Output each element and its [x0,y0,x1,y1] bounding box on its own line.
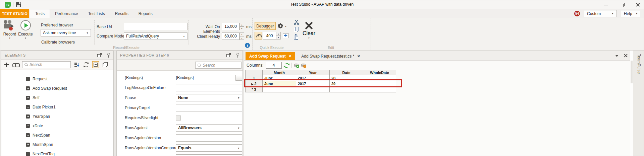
tab-results[interactable]: Results [110,9,133,18]
speed-button[interactable] [255,32,262,40]
grid-cell[interactable]: 2017 [296,75,330,81]
execute-button[interactable]: Execute ▼ [18,20,33,39]
close-icon[interactable]: × [357,55,360,58]
profile-dropdown[interactable]: Custom ▼ [584,10,617,17]
help-dropdown[interactable]: Help ▼ [621,10,640,17]
calibrate-browsers-button[interactable]: Calibrate browsers [41,40,75,45]
runsagainst-select[interactable]: AllBrowsers ▼ [176,124,242,132]
doc-tab-add-swap-request-code[interactable]: Add Swap Request.tstest.cs * × [298,52,364,60]
delete-data-row-icon[interactable]: – [301,63,306,68]
properties-search[interactable] [195,62,241,69]
sort-az-icon[interactable] [74,62,80,67]
tree-item-monthspan[interactable]: MonthSpan [1,140,113,149]
tab-test-lists[interactable]: Test Lists [83,9,110,18]
grid-row-3-new[interactable]: *3 [246,87,396,92]
runsagainstversion-input[interactable] [176,134,242,142]
logmessageonfailure-input[interactable] [176,84,242,91]
paste-icon[interactable] [294,34,299,40]
spin-up-icon[interactable]: ▲ [276,32,281,36]
compare-mode-select[interactable]: FullPathAndQuery ▼ [124,32,187,40]
record-button[interactable]: Record ▼ [2,20,17,39]
grid-cell[interactable] [363,75,396,81]
tree-item-request[interactable]: Request [1,74,113,84]
tab-tests[interactable]: Tests [30,9,50,18]
gear-icon[interactable] [278,23,283,28]
grid-cell[interactable]: 2017 [296,81,330,87]
preferred-browser-select[interactable]: Ask me every time ▼ [41,29,91,36]
elements-search-input[interactable] [30,62,68,67]
grid-cell[interactable]: June [263,75,296,81]
grid-cell[interactable] [363,81,396,87]
pin-icon[interactable] [236,53,239,58]
base-url-input[interactable] [124,23,187,30]
row-header[interactable]: *3 [246,87,263,92]
vertical-scrollbar[interactable] [630,51,633,156]
wait-on-elements-input[interactable] [222,23,239,30]
properties-search-input[interactable] [203,63,239,68]
spin-up-icon[interactable]: ▲ [239,23,244,26]
grid-header-date[interactable]: Date [330,70,363,75]
grid-cell[interactable] [296,87,330,92]
spin-down-icon[interactable]: ▼ [239,36,244,40]
grid-cell[interactable]: 29 [330,81,363,87]
row-header[interactable]: ▶2 [246,81,263,87]
wait-spinner[interactable]: ▲ ▼ [239,23,244,30]
spin-up-icon[interactable]: ▲ [239,32,244,36]
grid-cell[interactable] [263,87,296,92]
doc-tab-add-swap-request[interactable]: Add Swap Request × [246,52,295,60]
grid-row-1[interactable]: 1 June 2017 28 [246,75,396,81]
row-header[interactable]: 1 [246,75,263,81]
runsagainstversioncompare-select[interactable]: Equals ▼ [176,144,242,152]
cut-icon[interactable] [294,20,299,25]
add-data-row-icon[interactable]: + [294,63,299,68]
tree-item-nexttexttag[interactable]: NextTextTag [1,149,113,156]
grid-cell[interactable] [363,87,396,92]
sync-data-icon[interactable] [283,62,290,68]
columns-count-input[interactable] [266,62,282,69]
grid-cell-selected[interactable]: June [263,81,296,87]
close-button[interactable] [636,2,640,7]
float-panel-icon[interactable] [226,53,231,57]
grid-header-wholedate[interactable]: WholeDate [363,70,396,75]
grid-cell[interactable]: 28 [330,75,363,81]
tree-item-add-swap-request[interactable]: Add Swap Request [1,84,113,93]
pause-select[interactable]: None ▼ [176,94,242,101]
teampulse-tab-label[interactable]: TeamPulse [637,54,641,74]
tab-test-studio[interactable]: TEST STUDIO [0,9,29,18]
tree-item-xdate[interactable]: xDate [1,121,113,131]
tab-performance[interactable]: Performance [50,9,83,18]
tab-reports[interactable]: Reports [133,9,158,18]
client-ready-input[interactable] [222,32,239,40]
restore-button[interactable] [620,2,624,7]
close-icon[interactable]: × [289,55,291,58]
link-icon[interactable] [12,63,18,66]
copy-icon[interactable] [294,27,299,32]
scrollbar-thumb[interactable] [631,61,633,83]
tree-item-self[interactable]: Self [1,93,113,102]
notification-badge[interactable]: 54 [574,11,580,16]
spin-down-icon[interactable]: ▼ [276,36,281,40]
tree-item-yearspan[interactable]: YearSpan [1,112,113,121]
add-element-icon[interactable] [4,63,9,67]
bindings-ellipsis-button[interactable]: … [235,75,242,81]
run-to-step-icon[interactable] [283,33,288,38]
float-panel-icon[interactable] [97,53,102,57]
close-document-icon[interactable] [624,54,628,57]
elements-search[interactable] [22,61,71,68]
minimize-button[interactable] [603,2,608,7]
clear-button[interactable]: Clear ▼ [301,20,317,39]
partial-row-input[interactable] [176,154,242,156]
grid-header-month[interactable]: Month [263,70,296,75]
collapse-all-toggle[interactable] [92,61,99,68]
speed-spinner[interactable]: ▲ ▼ [276,32,281,40]
refresh-icon[interactable] [84,62,89,67]
grid-header-year[interactable]: Year [296,70,330,75]
requiressilverlight-checkbox[interactable] [176,115,181,121]
pin-icon[interactable] [107,53,110,58]
debugger-toggle-button[interactable]: Debugger [255,22,276,30]
spin-down-icon[interactable]: ▼ [239,26,244,30]
chevron-down-icon[interactable]: ▼ [285,25,287,27]
speed-input[interactable] [263,32,276,40]
cascade-windows-icon[interactable] [103,62,108,67]
client-ready-spinner[interactable]: ▲ ▼ [239,32,244,40]
